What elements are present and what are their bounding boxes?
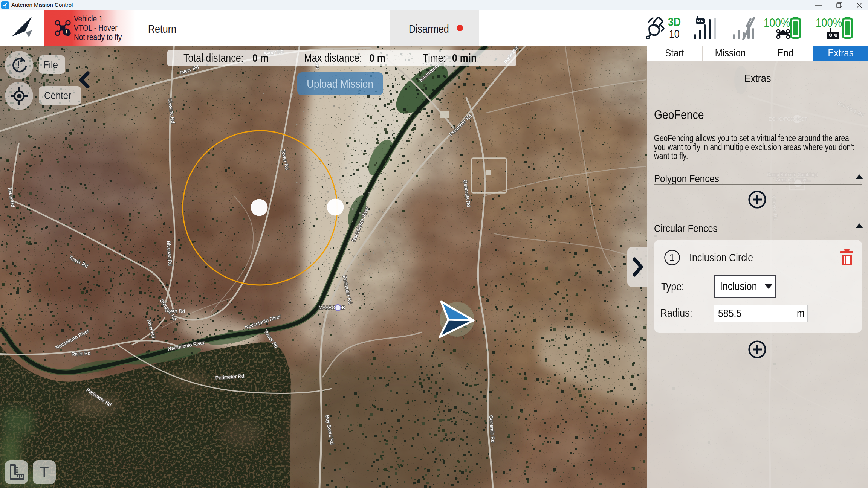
svg-text:!: ! — [17, 59, 20, 70]
svg-text:!: ! — [66, 29, 67, 35]
svg-text:1: 1 — [669, 252, 675, 263]
